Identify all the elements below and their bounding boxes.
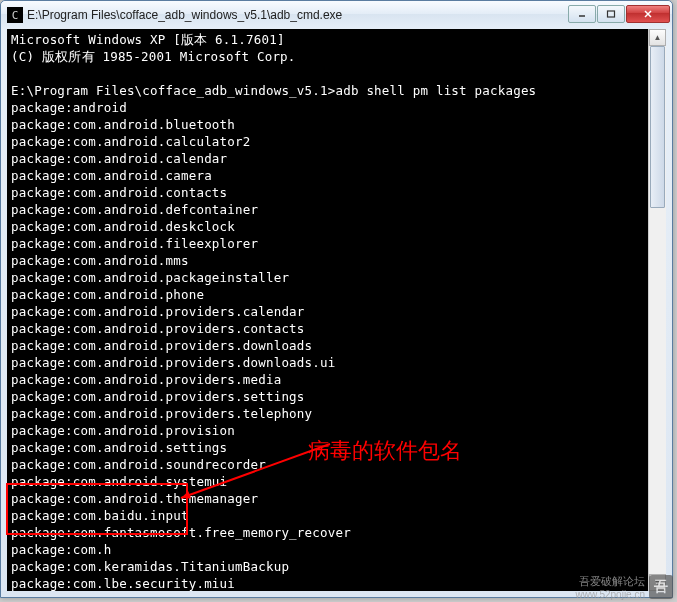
app-window: C E:\Program Files\cofface_adb_windows_v… [0, 0, 673, 598]
scroll-down-button[interactable]: ▼ [649, 574, 666, 591]
scroll-thumb[interactable] [650, 46, 665, 208]
window-controls [567, 5, 670, 25]
window-title: E:\Program Files\cofface_adb_windows_v5.… [27, 8, 567, 22]
titlebar[interactable]: C E:\Program Files\cofface_adb_windows_v… [1, 1, 672, 29]
vertical-scrollbar[interactable]: ▲ ▼ [648, 29, 666, 591]
cmd-icon: C [7, 7, 23, 23]
terminal-output[interactable]: Microsoft Windows XP [版本 6.1.7601] (C) 版… [7, 29, 666, 591]
svg-rect-1 [608, 11, 615, 17]
maximize-button[interactable] [597, 5, 625, 23]
minimize-button[interactable] [568, 5, 596, 23]
scroll-up-button[interactable]: ▲ [649, 29, 666, 46]
close-button[interactable] [626, 5, 670, 23]
